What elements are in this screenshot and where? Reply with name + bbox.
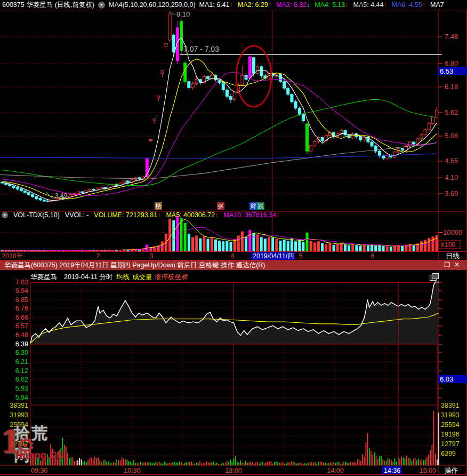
volume-bar (363, 245, 366, 251)
intraday-price-label: 6.94 (15, 287, 28, 295)
candle-body (39, 199, 42, 200)
minute-volume-bar (242, 462, 243, 465)
minute-volume-bar (345, 462, 346, 465)
candle-body (409, 142, 412, 146)
minute-volume-bar (333, 462, 334, 465)
volume-scale-left: 31993 (10, 411, 28, 419)
minute-volume-bar (128, 461, 130, 465)
minute-volume-bar (438, 412, 439, 465)
minute-volume-bar (343, 462, 344, 465)
minute-volume-bar (104, 460, 106, 465)
info-mine-badge[interactable]: 张 (217, 202, 224, 210)
minute-volume-bar (221, 463, 222, 465)
volume-bar (378, 245, 381, 251)
candle-body (294, 102, 297, 108)
volume-bar (260, 237, 263, 251)
volume-scale-left: 12797 (10, 440, 28, 448)
candle-body (310, 146, 312, 151)
candle-body (211, 75, 213, 78)
ma5-line (2, 37, 437, 200)
volume-bar (401, 246, 404, 251)
info-mine-badge[interactable]: 跌 (257, 202, 264, 210)
minute-volume-bar (174, 462, 175, 465)
minute-volume-bar (234, 458, 235, 465)
action-button[interactable]: 操作 (445, 467, 458, 474)
cursor-price-box: 6.03 (438, 375, 467, 383)
minute-volume-bar (87, 461, 88, 465)
minute-volume-bar (435, 454, 436, 465)
minute-volume-bar (210, 463, 211, 465)
volume-scale-left: 25594 (10, 421, 28, 429)
time-label: 14:00 (327, 467, 343, 474)
candle-body (123, 181, 125, 183)
intraday-header-item[interactable]: 成交量 (132, 273, 152, 282)
minute-volume-bar (96, 458, 97, 465)
candle-body (413, 142, 415, 144)
maximize-icon[interactable]: ❐ (444, 261, 454, 268)
collapse-icon[interactable]: ▾ (2, 212, 8, 218)
minute-volume-bar (325, 463, 326, 465)
minute-volume-bar (135, 463, 136, 465)
candle-body (168, 14, 171, 40)
volume-bar (367, 245, 369, 251)
minute-volume-bar (93, 459, 94, 465)
volume-scale-right: 6399 (441, 450, 456, 457)
minute-volume-bar (269, 462, 270, 465)
period-label[interactable]: 日线 (446, 252, 460, 260)
volume-bar (325, 244, 327, 251)
volume-bar (222, 241, 224, 251)
minute-volume-bar (316, 464, 317, 465)
minute-volume-bar (37, 457, 38, 465)
volume-bar (191, 237, 194, 251)
minute-volume-bar (149, 462, 150, 465)
minute-volume-bar (252, 462, 253, 465)
intraday-header-item[interactable]: 涨停板坐标 (155, 273, 188, 282)
volume-bar (431, 236, 434, 251)
info-mine-badge[interactable]: 榜 (155, 202, 162, 210)
minute-volume-bar (350, 462, 351, 465)
selected-date: 2019/04/11/四 (253, 252, 294, 260)
candle-body (252, 58, 255, 73)
volume-bar (328, 243, 331, 251)
minute-volume-bar (388, 458, 389, 465)
candle-body (424, 130, 426, 134)
candle-body (126, 181, 129, 183)
minute-volume-bar (330, 462, 331, 465)
popup-window-icon[interactable] (430, 275, 437, 281)
minute-volume-bar (211, 462, 212, 465)
minute-volume-bar (318, 462, 319, 465)
intraday-volume-bars (30, 411, 439, 466)
minute-volume-bar (218, 464, 219, 465)
minute-volume-bar (45, 457, 46, 465)
minute-volume-bar (293, 462, 294, 465)
info-mine-badge[interactable]: 财 (249, 202, 257, 210)
minute-volume-bar (240, 461, 241, 465)
minute-volume-bar (386, 461, 387, 465)
minute-volume-bar (422, 459, 423, 465)
minute-volume-bar (364, 457, 365, 465)
close-icon[interactable]: ✕ (454, 261, 464, 268)
minute-volume-bar (245, 461, 246, 465)
volume-bar (291, 239, 293, 251)
minute-volume-bar (271, 462, 272, 466)
candle-body (359, 137, 362, 140)
time-label: 09:30 (31, 467, 47, 474)
minute-volume-bar (274, 462, 275, 465)
intraday-header-item[interactable]: 均线 (116, 273, 130, 282)
ma20-line (2, 72, 437, 195)
status-text: 华菱星马(600375) 2019年04月11日 星期四 PageUp/Down… (4, 261, 265, 270)
minute-volume-bar (110, 463, 111, 465)
minute-volume-bar (186, 462, 187, 465)
resistance-label: 7.07 - 7.03 (183, 45, 219, 53)
volume-bar (428, 238, 430, 251)
volume-scale-right: 19196 (441, 431, 460, 438)
minute-volume-bar (411, 461, 412, 465)
minute-volume-bar (371, 451, 372, 465)
minute-volume-bar (264, 463, 265, 465)
minute-volume-bar (399, 459, 400, 465)
minute-volume-bar (67, 453, 68, 465)
candle-body (306, 124, 309, 151)
minute-volume-bar (118, 460, 119, 465)
minute-volume-bar (311, 462, 312, 465)
minute-volume-bar (52, 449, 53, 465)
